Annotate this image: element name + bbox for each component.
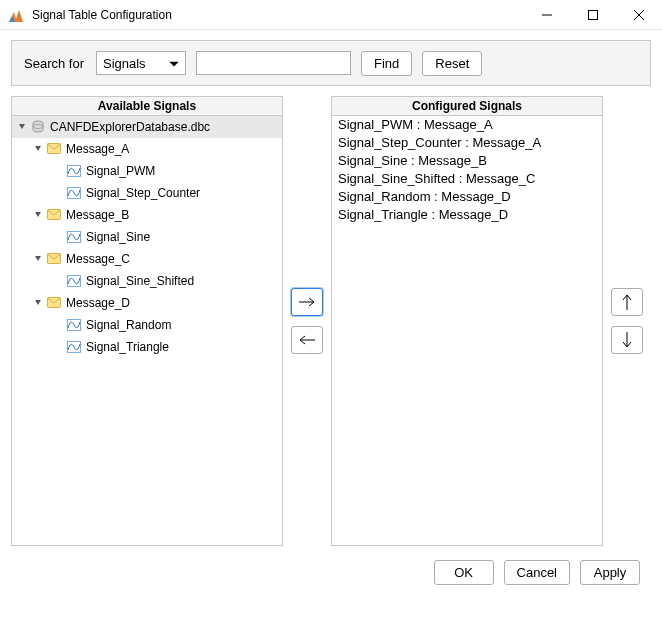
reset-button[interactable]: Reset [422, 51, 482, 76]
reorder-buttons [603, 96, 651, 546]
configured-item[interactable]: Signal_Random : Message_D [332, 188, 602, 206]
dialog-footer: OK Cancel Apply [11, 546, 651, 585]
tree-twisty-icon[interactable] [32, 299, 44, 307]
configured-item[interactable]: Signal_Step_Counter : Message_A [332, 134, 602, 152]
minimize-button[interactable] [524, 0, 570, 30]
chevron-down-icon [169, 56, 179, 71]
envelope-icon [46, 251, 62, 267]
tree-message[interactable]: Message_C [12, 248, 282, 270]
tree-signal[interactable]: Signal_Sine_Shifted [12, 270, 282, 292]
tree-message-label: Message_D [66, 296, 130, 310]
tree-signal[interactable]: Signal_PWM [12, 160, 282, 182]
envelope-icon [46, 207, 62, 223]
tree-message[interactable]: Message_A [12, 138, 282, 160]
tree-twisty-icon[interactable] [32, 211, 44, 219]
tree-root[interactable]: CANFDExplorerDatabase.dbc [12, 116, 282, 138]
tree-signal[interactable]: Signal_Random [12, 314, 282, 336]
tree-signal-label: Signal_Sine_Shifted [86, 274, 194, 288]
tree-message-label: Message_B [66, 208, 129, 222]
configured-item-label: Signal_PWM : Message_A [338, 117, 493, 132]
move-right-button[interactable] [291, 288, 323, 316]
cancel-button[interactable]: Cancel [504, 560, 570, 585]
configured-signals-list[interactable]: Signal_PWM : Message_ASignal_Step_Counte… [332, 116, 602, 545]
move-left-button[interactable] [291, 326, 323, 354]
maximize-button[interactable] [570, 0, 616, 30]
tree-signal-label: Signal_PWM [86, 164, 155, 178]
database-icon [30, 119, 46, 135]
tree-signal[interactable]: Signal_Step_Counter [12, 182, 282, 204]
envelope-icon [46, 141, 62, 157]
signal-icon [66, 339, 82, 355]
titlebar: Signal Table Configuration [0, 0, 662, 30]
svg-rect-2 [589, 10, 598, 19]
configured-item[interactable]: Signal_Sine : Message_B [332, 152, 602, 170]
search-input[interactable] [196, 51, 351, 75]
app-icon [8, 7, 24, 23]
tree-signal-label: Signal_Sine [86, 230, 150, 244]
tree-signal[interactable]: Signal_Sine [12, 226, 282, 248]
tree-twisty-icon[interactable] [32, 145, 44, 153]
signal-icon [66, 273, 82, 289]
signal-icon [66, 317, 82, 333]
ok-button[interactable]: OK [434, 560, 494, 585]
available-signals-panel: Available Signals CANFDExplorerDatabase.… [11, 96, 283, 546]
search-type-select[interactable]: Signals [96, 51, 186, 75]
tree-twisty-icon[interactable] [32, 255, 44, 263]
configured-item[interactable]: Signal_Triangle : Message_D [332, 206, 602, 224]
configured-signals-panel: Configured Signals Signal_PWM : Message_… [331, 96, 603, 546]
signal-icon [66, 185, 82, 201]
tree-root-label: CANFDExplorerDatabase.dbc [50, 120, 210, 134]
tree-signal[interactable]: Signal_Triangle [12, 336, 282, 358]
tree-message[interactable]: Message_D [12, 292, 282, 314]
configured-item-label: Signal_Sine : Message_B [338, 153, 487, 168]
configured-item-label: Signal_Random : Message_D [338, 189, 511, 204]
search-bar: Search for Signals Find Reset [11, 40, 651, 86]
tree-message-label: Message_C [66, 252, 130, 266]
tree-twisty-icon[interactable] [16, 123, 28, 131]
search-type-value: Signals [103, 56, 146, 71]
tree-signal-label: Signal_Triangle [86, 340, 169, 354]
tree-signal-label: Signal_Random [86, 318, 171, 332]
configured-signals-header: Configured Signals [332, 97, 602, 116]
tree-message-label: Message_A [66, 142, 129, 156]
move-down-button[interactable] [611, 326, 643, 354]
configured-item-label: Signal_Step_Counter : Message_A [338, 135, 541, 150]
envelope-icon [46, 295, 62, 311]
tree-signal-label: Signal_Step_Counter [86, 186, 200, 200]
configured-item[interactable]: Signal_PWM : Message_A [332, 116, 602, 134]
available-signals-tree[interactable]: CANFDExplorerDatabase.dbcMessage_ASignal… [12, 116, 282, 545]
find-button[interactable]: Find [361, 51, 412, 76]
available-signals-header: Available Signals [12, 97, 282, 116]
signal-icon [66, 163, 82, 179]
configured-item-label: Signal_Triangle : Message_D [338, 207, 508, 222]
signal-icon [66, 229, 82, 245]
close-button[interactable] [616, 0, 662, 30]
search-for-label: Search for [22, 56, 86, 71]
apply-button[interactable]: Apply [580, 560, 640, 585]
transfer-buttons [283, 96, 331, 546]
move-up-button[interactable] [611, 288, 643, 316]
window-title: Signal Table Configuration [32, 8, 524, 22]
configured-item-label: Signal_Sine_Shifted : Message_C [338, 171, 535, 186]
tree-message[interactable]: Message_B [12, 204, 282, 226]
configured-item[interactable]: Signal_Sine_Shifted : Message_C [332, 170, 602, 188]
